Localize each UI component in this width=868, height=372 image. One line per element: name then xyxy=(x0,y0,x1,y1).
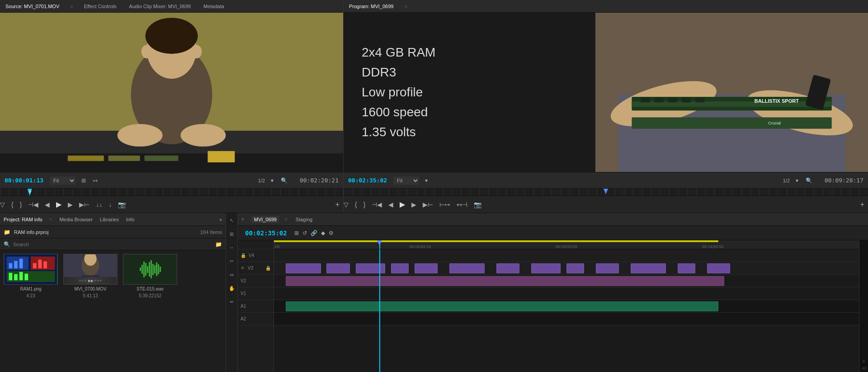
svg-rect-21 xyxy=(654,98,663,102)
work-area-bar[interactable] xyxy=(274,240,718,242)
source-step-fwd-icon[interactable]: ▶ xyxy=(68,201,73,208)
source-zoom-icon[interactable]: 🔍 xyxy=(279,176,289,185)
source-safe-margin-icon[interactable]: ⊞ xyxy=(80,176,87,185)
project-expand-button[interactable]: » xyxy=(219,217,222,222)
source-overwrite-icon[interactable]: ↓ xyxy=(108,201,112,208)
program-step-fwd-icon[interactable]: ▶ xyxy=(411,201,416,208)
program-zoom-icon[interactable]: 🔍 xyxy=(804,176,814,185)
program-zoom-dropdown-icon[interactable]: ▾ xyxy=(794,176,800,185)
v3-eye-icon[interactable]: 👁 xyxy=(241,266,245,271)
source-fit-dropdown[interactable]: Fit 25% 50% 100% xyxy=(50,176,75,185)
source-next-edit-icon[interactable]: ▶⊢ xyxy=(79,201,90,208)
v3-clip-11[interactable] xyxy=(631,263,666,273)
source-export-frame-icon[interactable]: ↦ xyxy=(92,176,99,185)
program-trim-next-icon[interactable]: ↤⊣ xyxy=(457,201,467,208)
program-prev-edit-icon[interactable]: ⊣◀ xyxy=(372,201,382,208)
effect-controls-tab[interactable]: Effect Controls xyxy=(82,3,118,10)
info-tab[interactable]: Info xyxy=(126,217,134,222)
v3-lock-icon[interactable]: 🔒 xyxy=(265,266,271,271)
program-go-prev-icon[interactable]: ▽ xyxy=(344,201,349,208)
v3-clip-1[interactable] xyxy=(286,263,321,273)
audio-mixer-tab[interactable]: Audio Clip Mixer: MVI_0699 xyxy=(127,3,193,10)
media-browser-tab[interactable]: Media Browser xyxy=(59,217,92,222)
svg-rect-32 xyxy=(9,263,12,268)
program-fit-dropdown[interactable]: Fit 25% 50% 100% xyxy=(393,176,419,185)
v3-clip-13[interactable] xyxy=(707,263,731,273)
program-tab[interactable]: Program: MVI_0699 xyxy=(347,3,395,10)
project-folder-icon: 📁 xyxy=(4,229,10,235)
v3-clip-4[interactable] xyxy=(391,263,409,273)
program-trim-prev-icon[interactable]: ⊢↦ xyxy=(439,201,450,208)
v4-lock-icon[interactable]: 🔒 xyxy=(241,253,246,258)
slip-tool-icon[interactable]: ⇔ xyxy=(227,270,236,279)
bottom-row: Project: RAM info ≡ Media Browser Librar… xyxy=(0,213,868,372)
v3-clip-12[interactable] xyxy=(678,263,695,273)
program-scrubber[interactable] xyxy=(344,188,868,196)
timeline-marker-icon[interactable]: ◆ xyxy=(321,230,325,236)
source-panel-header: Source: MVI_0701.MOV ≡ Effect Controls A… xyxy=(0,0,343,13)
new-folder-icon[interactable]: 📁 xyxy=(215,241,222,248)
timeline-snap-icon[interactable]: ⊞ xyxy=(294,230,299,236)
timeline-settings-icon[interactable]: ⚙ xyxy=(329,230,334,236)
timeline-ripple-icon[interactable]: ↺ xyxy=(302,230,307,236)
v3-clip-3[interactable] xyxy=(356,263,385,273)
program-next-edit-icon[interactable]: ▶⊢ xyxy=(423,201,433,208)
program-marker-out-icon[interactable]: } xyxy=(363,201,366,208)
v2-track-header: V2 xyxy=(238,275,274,287)
program-step-back-icon[interactable]: ◀ xyxy=(388,201,393,208)
v3-clip-2[interactable] xyxy=(326,263,350,273)
timeline-timecode[interactable]: 00:02:35:02 xyxy=(241,228,291,238)
program-marker-in-icon[interactable]: { xyxy=(355,201,357,208)
source-play-button[interactable]: ▶ xyxy=(56,200,61,209)
program-dropdown-icon[interactable]: ▾ xyxy=(424,176,429,185)
source-scrubber[interactable]: ▼ xyxy=(0,188,343,196)
v3-clip-6[interactable] xyxy=(449,263,485,273)
v3-clip-7[interactable] xyxy=(496,263,520,273)
ripple-tool-icon[interactable]: ↔ xyxy=(227,243,236,252)
track-select-tool-icon[interactable]: ⊞ xyxy=(227,229,236,238)
pen-tool-icon[interactable]: ✏ xyxy=(227,297,236,306)
source-tab[interactable]: Source: MVI_0701.MOV xyxy=(4,3,61,10)
svg-point-7 xyxy=(191,45,202,58)
staging-tab[interactable]: Staging xyxy=(293,216,315,223)
timeline-linked-icon[interactable]: 🔗 xyxy=(311,230,317,236)
v3-clip-10[interactable] xyxy=(596,263,619,273)
source-step-back-icon[interactable]: ◀ xyxy=(45,201,50,208)
source-marker-in-icon[interactable]: { xyxy=(11,201,14,208)
razor-tool-icon[interactable]: ✂ xyxy=(227,257,236,266)
a1-main-clip[interactable] xyxy=(286,301,719,311)
project-search-input[interactable] xyxy=(13,242,212,247)
source-prev-edit-icon[interactable]: ⊣◀ xyxy=(28,201,38,208)
source-zoom-dropdown-icon[interactable]: ▾ xyxy=(269,176,275,185)
program-camera-icon[interactable]: 📷 xyxy=(474,201,481,208)
libraries-tab[interactable]: Libraries xyxy=(100,217,119,222)
program-video-bg: 2x4 GB RAM DDR3 Low profile 1600 speed 1… xyxy=(344,13,868,172)
selection-tool-icon[interactable]: ↖ xyxy=(227,216,236,225)
source-go-prev-icon[interactable]: ▽ xyxy=(0,201,5,208)
hand-tool-icon[interactable]: ✋ xyxy=(227,284,236,293)
source-insert-icon[interactable]: ↓↓ xyxy=(96,201,102,208)
project-panel-header: Project: RAM info ≡ Media Browser Librar… xyxy=(0,213,226,226)
list-item[interactable]: STE-015.wav 5:39:22152 xyxy=(123,254,177,298)
video-strip: ▶▶ xyxy=(64,277,117,284)
v4-track-row xyxy=(274,249,859,262)
project-tab[interactable]: Project: RAM info xyxy=(4,217,42,222)
source-camera-icon[interactable]: 📷 xyxy=(118,201,126,208)
metadata-tab[interactable]: Metadata xyxy=(202,3,226,10)
program-add-button[interactable]: + xyxy=(860,200,864,209)
v3-clip-9[interactable] xyxy=(566,263,584,273)
v2-main-clip[interactable] xyxy=(286,276,725,286)
timeline-tab-close[interactable]: × xyxy=(241,217,244,222)
list-item[interactable]: ▶▶ MVI_0700.MOV 5:41:13 xyxy=(63,254,118,298)
list-item[interactable]: RAM1.png 4:23 xyxy=(4,254,58,298)
v4-label: V4 xyxy=(249,253,254,258)
program-play-button[interactable]: ▶ xyxy=(400,200,405,209)
v1-track-row xyxy=(274,287,859,300)
v3-clip-8[interactable] xyxy=(531,263,561,273)
mvi0699-tab[interactable]: MVI_0699 xyxy=(251,216,279,223)
source-marker-out-icon[interactable]: } xyxy=(20,201,22,208)
source-add-button[interactable]: + xyxy=(335,200,340,209)
program-text-overlay: 2x4 GB RAM DDR3 Low profile 1600 speed 1… xyxy=(344,13,595,172)
v3-clip-5[interactable] xyxy=(415,263,438,273)
svg-rect-37 xyxy=(43,262,47,269)
